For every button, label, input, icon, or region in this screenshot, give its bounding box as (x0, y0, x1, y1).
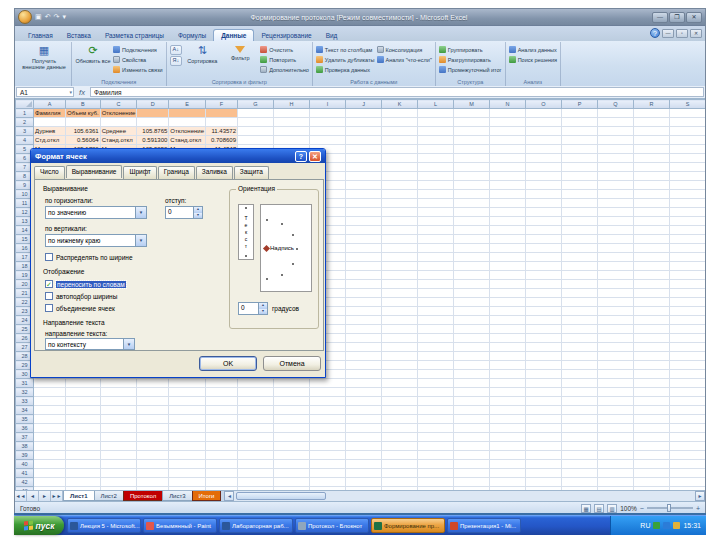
zoom-in-icon[interactable]: + (696, 505, 700, 512)
cell-S6[interactable] (670, 154, 706, 163)
cell-I1[interactable] (310, 109, 346, 118)
sheet-tab-Протокол[interactable]: Протокол (123, 491, 163, 501)
cell-G43[interactable] (238, 487, 274, 491)
advanced-button[interactable]: Дополнительно (260, 65, 309, 74)
taskbar-item[interactable]: Протокол - Блокнот (295, 518, 369, 533)
spin-down-icon[interactable]: ▼ (258, 309, 267, 315)
cell-C42[interactable] (100, 478, 137, 487)
network-icon[interactable] (663, 522, 670, 529)
cell-L8[interactable] (418, 172, 454, 181)
cell-O25[interactable] (526, 325, 562, 334)
col-header-R[interactable]: R (634, 100, 670, 109)
cell-R42[interactable] (634, 478, 670, 487)
horizontal-select[interactable]: по значению ▼ (45, 206, 147, 219)
cell-J8[interactable] (346, 172, 382, 181)
cell-R6[interactable] (634, 154, 670, 163)
cell-I33[interactable] (310, 397, 346, 406)
sheet-tab-Итоги[interactable]: Итоги (192, 491, 222, 501)
cell-L9[interactable] (418, 181, 454, 190)
cell-K21[interactable] (382, 289, 418, 298)
cell-A2[interactable] (34, 118, 66, 127)
cell-M6[interactable] (454, 154, 490, 163)
row-header-43[interactable]: 43 (16, 487, 34, 491)
cell-Q25[interactable] (598, 325, 634, 334)
cell-G41[interactable] (238, 469, 274, 478)
cell-O5[interactable] (526, 145, 562, 154)
cell-J15[interactable] (346, 235, 382, 244)
cell-J42[interactable] (346, 478, 382, 487)
cell-Q40[interactable] (598, 460, 634, 469)
cell-M41[interactable] (454, 469, 490, 478)
cell-K7[interactable] (382, 163, 418, 172)
cell-F4[interactable]: 0.708609 (206, 136, 238, 145)
cell-R37[interactable] (634, 433, 670, 442)
cell-N10[interactable] (490, 190, 526, 199)
cell-D34[interactable] (137, 406, 169, 415)
col-header-B[interactable]: B (66, 100, 101, 109)
cell-M30[interactable] (454, 370, 490, 379)
row-header-42[interactable]: 42 (16, 478, 34, 487)
col-header-A[interactable]: A (34, 100, 66, 109)
cell-G1[interactable] (238, 109, 274, 118)
cell-D33[interactable] (137, 397, 169, 406)
cell-G38[interactable] (238, 442, 274, 451)
cell-P41[interactable] (562, 469, 598, 478)
cell-O3[interactable] (526, 127, 562, 136)
cell-L34[interactable] (418, 406, 454, 415)
chevron-down-icon[interactable]: ▼ (123, 339, 134, 349)
cell-D1[interactable] (137, 109, 169, 118)
cell-R35[interactable] (634, 415, 670, 424)
cell-K23[interactable] (382, 307, 418, 316)
cell-P2[interactable] (562, 118, 598, 127)
cell-C43[interactable] (100, 487, 137, 491)
cell-G33[interactable] (238, 397, 274, 406)
cell-R36[interactable] (634, 424, 670, 433)
cell-S30[interactable] (670, 370, 706, 379)
cell-K40[interactable] (382, 460, 418, 469)
cell-H42[interactable] (274, 478, 310, 487)
cell-R2[interactable] (634, 118, 670, 127)
cell-L20[interactable] (418, 280, 454, 289)
cell-P25[interactable] (562, 325, 598, 334)
cell-K9[interactable] (382, 181, 418, 190)
cell-M40[interactable] (454, 460, 490, 469)
cell-N38[interactable] (490, 442, 526, 451)
group-button[interactable]: Группировать (439, 45, 502, 54)
cell-K19[interactable] (382, 271, 418, 280)
redo-icon[interactable]: ↷ (54, 13, 60, 21)
cell-J25[interactable] (346, 325, 382, 334)
cell-N28[interactable] (490, 352, 526, 361)
cell-D36[interactable] (137, 424, 169, 433)
cell-D40[interactable] (137, 460, 169, 469)
taskbar-item[interactable]: Безымянный - Paint (143, 518, 217, 533)
cell-L2[interactable] (418, 118, 454, 127)
orientation-dial[interactable]: Надпись (260, 204, 312, 292)
cell-R26[interactable] (634, 334, 670, 343)
cell-S21[interactable] (670, 289, 706, 298)
cell-E1[interactable] (169, 109, 206, 118)
cell-E31[interactable] (169, 379, 206, 388)
col-header-I[interactable]: I (310, 100, 346, 109)
cell-J39[interactable] (346, 451, 382, 460)
cell-D31[interactable] (137, 379, 169, 388)
cell-B40[interactable] (66, 460, 101, 469)
cell-O34[interactable] (526, 406, 562, 415)
cell-Q16[interactable] (598, 244, 634, 253)
maximize-button[interactable]: ❐ (669, 12, 685, 23)
cell-O10[interactable] (526, 190, 562, 199)
cell-N12[interactable] (490, 208, 526, 217)
cell-L29[interactable] (418, 361, 454, 370)
cell-R39[interactable] (634, 451, 670, 460)
cell-C41[interactable] (100, 469, 137, 478)
cell-P9[interactable] (562, 181, 598, 190)
cell-H1[interactable] (274, 109, 310, 118)
cell-B36[interactable] (66, 424, 101, 433)
cell-J31[interactable] (346, 379, 382, 388)
cell-S8[interactable] (670, 172, 706, 181)
cell-F43[interactable] (206, 487, 238, 491)
first-sheet-button[interactable]: ◄◄ (15, 491, 27, 501)
cell-O37[interactable] (526, 433, 562, 442)
cell-F38[interactable] (206, 442, 238, 451)
cell-M15[interactable] (454, 235, 490, 244)
cell-N35[interactable] (490, 415, 526, 424)
